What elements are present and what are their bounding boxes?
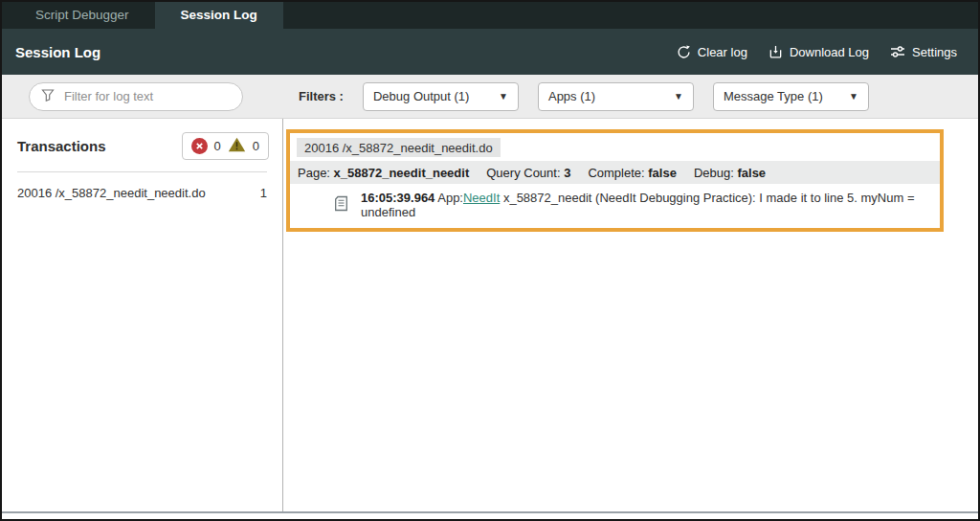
download-log-button[interactable]: Download Log [768, 45, 869, 59]
transaction-item-count: 1 [260, 186, 267, 200]
sliders-icon [890, 45, 905, 58]
log-filter-input[interactable] [62, 88, 231, 104]
log-entry-text: 16:05:39.964 App:NeedIt x_58872_needit (… [361, 191, 932, 219]
meta-query-count-value: 3 [564, 166, 570, 180]
funnel-icon [41, 88, 55, 104]
session-log-window: Script Debugger Session Log Session Log … [0, 0, 980, 521]
chevron-down-icon: ▼ [674, 91, 683, 102]
tab-strip: Script Debugger Session Log [2, 2, 978, 29]
message-type-dropdown[interactable]: Message Type (1) ▼ [713, 82, 869, 111]
content-area: Transactions 0 0 20016 /x_58872_needit_n… [2, 119, 978, 511]
tab-script-debugger[interactable]: Script Debugger [10, 2, 155, 29]
meta-debug-value: false [737, 166, 766, 180]
error-warning-counts: 0 0 [182, 132, 269, 160]
meta-page-value: x_58872_needit_needit [334, 166, 470, 180]
debug-output-dropdown-value: Debug Output (1) [373, 89, 469, 103]
refresh-icon [677, 45, 691, 59]
needit-app-link[interactable]: NeedIt [463, 191, 500, 205]
transactions-title: Transactions [17, 138, 106, 154]
tab-session-log[interactable]: Session Log [155, 2, 283, 29]
document-icon [334, 195, 348, 215]
warning-icon [228, 137, 246, 155]
meta-debug-label: Debug: [694, 166, 738, 180]
log-entry-row: 16:05:39.964 App:NeedIt x_58872_needit (… [290, 184, 940, 228]
download-log-label: Download Log [790, 45, 869, 59]
log-entry-app-label: App: [434, 191, 463, 205]
transaction-list-item[interactable]: 20016 /x_58872_needit_needit.do 1 [2, 172, 282, 214]
clear-log-label: Clear log [698, 45, 747, 59]
debug-output-dropdown[interactable]: Debug Output (1) ▼ [363, 82, 519, 111]
filter-bar: Filters : Debug Output (1) ▼ Apps (1) ▼ … [2, 75, 978, 119]
chevron-down-icon: ▼ [499, 91, 508, 102]
bottom-edge [2, 511, 978, 519]
transaction-meta-row: Page: x_58872_needit_needit Query Count:… [290, 161, 940, 184]
message-type-dropdown-value: Message Type (1) [724, 89, 823, 103]
highlight-box: 20016 /x_58872_needit_needit.do Page: x_… [286, 129, 944, 232]
transaction-header-chip: 20016 /x_58872_needit_needit.do [297, 138, 501, 157]
header-actions: Clear log Download Log Settings [677, 45, 957, 59]
settings-label: Settings [912, 45, 957, 59]
download-icon [768, 45, 783, 59]
header-bar: Session Log Clear log Download Log Setti… [2, 29, 978, 75]
meta-query-count-label: Query Count: [486, 166, 564, 180]
meta-page-label: Page: [298, 166, 334, 180]
apps-dropdown[interactable]: Apps (1) ▼ [538, 82, 694, 111]
warning-count: 0 [253, 139, 259, 153]
meta-complete-label: Complete: [588, 166, 648, 180]
page-title: Session Log [15, 44, 100, 60]
log-filter-search[interactable] [29, 82, 243, 111]
error-count: 0 [214, 139, 221, 153]
apps-dropdown-value: Apps (1) [548, 89, 595, 103]
clear-log-button[interactable]: Clear log [677, 45, 747, 59]
log-panel: 20016 /x_58872_needit_needit.do Page: x_… [283, 119, 978, 511]
settings-button[interactable]: Settings [890, 45, 957, 59]
error-icon [191, 138, 208, 154]
log-entry-time: 16:05:39.964 [361, 191, 434, 205]
transactions-panel: Transactions 0 0 20016 /x_58872_needit_n… [2, 119, 283, 511]
filters-label: Filters : [299, 89, 344, 103]
transaction-item-label: 20016 /x_58872_needit_needit.do [17, 186, 206, 200]
meta-complete-value: false [648, 166, 677, 180]
chevron-down-icon: ▼ [849, 91, 858, 102]
